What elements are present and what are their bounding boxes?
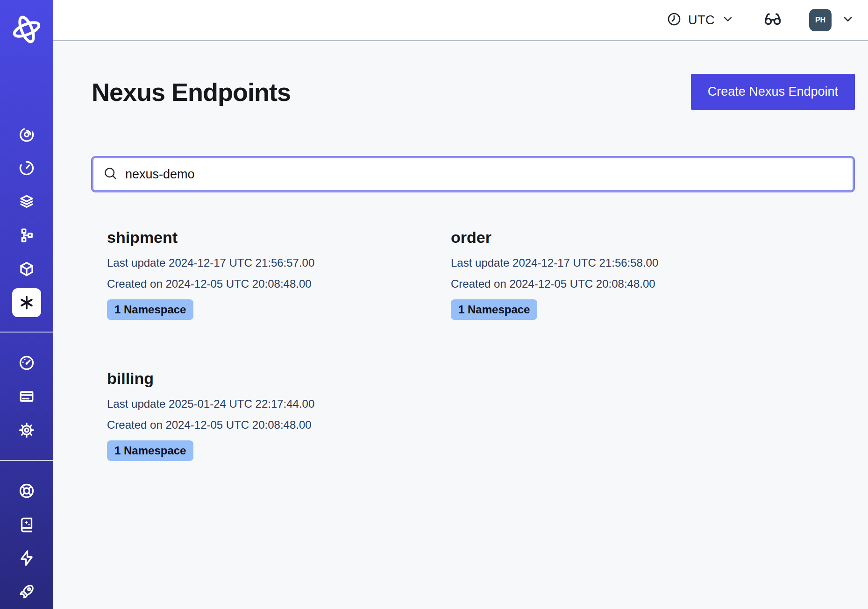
endpoint-last-update: Last update 2025-01-24 UTC 22:17:44.00 xyxy=(107,397,451,411)
spiral-icon xyxy=(18,126,35,143)
timezone-label: UTC xyxy=(688,13,715,28)
sidebar-nav-account xyxy=(0,346,53,447)
namespace-badge: 1 Namespace xyxy=(107,440,193,461)
sidebar-nav-help xyxy=(0,474,53,609)
gear-icon xyxy=(18,422,35,439)
timezone-selector[interactable]: UTC xyxy=(667,12,734,28)
avatar-initials: PH xyxy=(815,16,825,24)
credit-card-icon xyxy=(18,388,35,405)
sidebar-nav-primary xyxy=(0,118,53,319)
sidebar-item-schedules[interactable] xyxy=(0,151,53,185)
page-title: Nexus Endpoints xyxy=(92,78,291,106)
endpoint-last-update: Last update 2024-12-17 UTC 21:56:57.00 xyxy=(107,256,451,269)
sidebar-item-deployments[interactable] xyxy=(0,219,53,252)
avatar[interactable]: PH xyxy=(809,9,832,31)
clock-icon xyxy=(667,12,682,28)
sidebar-item-settings[interactable] xyxy=(0,413,53,447)
layers-icon xyxy=(18,193,35,210)
sidebar-item-feedback[interactable] xyxy=(0,541,53,575)
sidebar-divider xyxy=(0,332,53,333)
rocket-icon xyxy=(18,583,35,600)
search-icon xyxy=(103,166,118,183)
namespace-badge: 1 Namespace xyxy=(107,299,193,320)
asterisk-icon xyxy=(17,293,36,312)
selected-indicator xyxy=(12,288,41,317)
chevron-down-icon xyxy=(721,13,734,28)
topbar: UTC PH xyxy=(53,0,868,41)
temporal-logo-icon xyxy=(11,14,42,47)
endpoint-name: billing xyxy=(107,369,451,388)
book-icon xyxy=(18,516,35,533)
sidebar-item-batch-operations[interactable] xyxy=(0,185,53,219)
main-content: Nexus Endpoints Create Nexus Endpoint sh… xyxy=(53,42,868,609)
lightning-icon xyxy=(18,550,35,567)
sidebar-item-getting-started[interactable] xyxy=(0,575,53,609)
branch-icon xyxy=(18,227,35,244)
sidebar-divider xyxy=(0,460,53,461)
search-box xyxy=(92,156,854,192)
sidebar-item-nexus[interactable] xyxy=(0,286,53,319)
endpoint-card-shipment[interactable]: shipment Last update 2024-12-17 UTC 21:5… xyxy=(107,228,451,320)
gauge-icon xyxy=(18,354,35,371)
sidebar-item-workflows[interactable] xyxy=(0,118,53,151)
page-header: Nexus Endpoints Create Nexus Endpoint xyxy=(92,74,855,110)
app-window: UTC PH Nexus Endpoints Create Ne xyxy=(0,0,868,609)
sidebar-item-support[interactable] xyxy=(0,474,53,508)
sidebar-item-billing[interactable] xyxy=(0,380,53,413)
sidebar-item-packages[interactable] xyxy=(0,252,53,286)
endpoint-created: Created on 2024-12-05 UTC 20:08:48.00 xyxy=(107,277,451,290)
lifebuoy-icon xyxy=(18,482,35,499)
endpoint-grid: shipment Last update 2024-12-17 UTC 21:5… xyxy=(107,228,868,461)
endpoint-created: Created on 2024-12-05 UTC 20:08:48.00 xyxy=(107,418,451,432)
endpoint-last-update: Last update 2024-12-17 UTC 21:56:58.00 xyxy=(451,256,795,269)
sidebar xyxy=(0,0,53,609)
endpoint-name: order xyxy=(451,228,795,247)
namespace-badge: 1 Namespace xyxy=(451,299,537,320)
endpoint-card-order[interactable]: order Last update 2024-12-17 UTC 21:56:5… xyxy=(451,228,795,320)
endpoint-created: Created on 2024-12-05 UTC 20:08:48.00 xyxy=(451,277,795,290)
chevron-down-icon[interactable] xyxy=(841,12,855,28)
glasses-icon[interactable] xyxy=(763,10,782,30)
endpoint-name: shipment xyxy=(107,228,451,247)
temporal-logo[interactable] xyxy=(11,0,42,61)
cube-icon xyxy=(18,261,35,277)
sidebar-item-usage[interactable] xyxy=(0,346,53,380)
search-input[interactable] xyxy=(125,167,843,182)
timer-icon xyxy=(18,160,35,177)
create-nexus-endpoint-button[interactable]: Create Nexus Endpoint xyxy=(691,74,855,110)
sidebar-item-docs[interactable] xyxy=(0,508,53,541)
endpoint-card-billing[interactable]: billing Last update 2025-01-24 UTC 22:17… xyxy=(107,369,451,461)
